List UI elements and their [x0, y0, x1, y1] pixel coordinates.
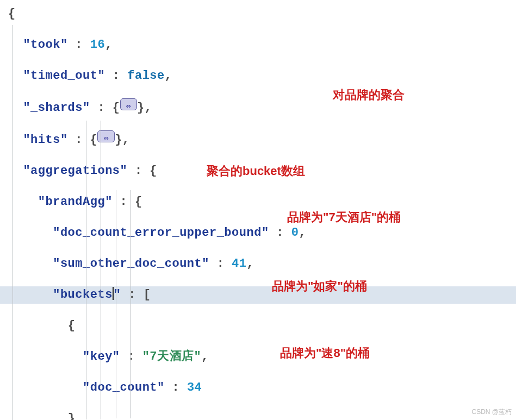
json-number: 41	[232, 257, 246, 271]
json-number: 0	[291, 226, 299, 240]
watermark: CSDN @蓝朽	[471, 408, 512, 417]
annotation: 聚合的bucket数组	[207, 163, 305, 179]
json-bool: false	[127, 69, 165, 83]
json-key: "doc_count_error_upper_bound"	[53, 226, 269, 240]
json-key: "took"	[23, 38, 67, 52]
annotation: 品牌为"7天酒店"的桶	[287, 209, 401, 225]
json-key: "_shards"	[23, 101, 90, 115]
json-code: { "took" : 16, "timed_out" : false, "_sh…	[0, 0, 516, 420]
annotation: 品牌为"速8"的桶	[280, 345, 370, 361]
json-number: 16	[90, 38, 105, 52]
annotation: 品牌为"如家"的桶	[272, 278, 367, 294]
json-key: "aggregations"	[23, 164, 127, 178]
json-key: "key"	[83, 350, 120, 363]
json-key: "brandAgg"	[38, 195, 113, 209]
annotation: 对品牌的聚合	[333, 87, 405, 103]
json-number: 34	[187, 381, 202, 394]
json-key: "hits"	[23, 133, 67, 147]
json-key: "doc_count"	[83, 381, 165, 394]
json-string: "7天酒店"	[142, 350, 202, 363]
json-key: "timed_out"	[23, 69, 105, 83]
json-key: "sum_other_doc_count"	[53, 257, 209, 271]
fold-icon[interactable]: ⇔	[120, 98, 138, 110]
json-key: "buckets"	[53, 288, 121, 302]
